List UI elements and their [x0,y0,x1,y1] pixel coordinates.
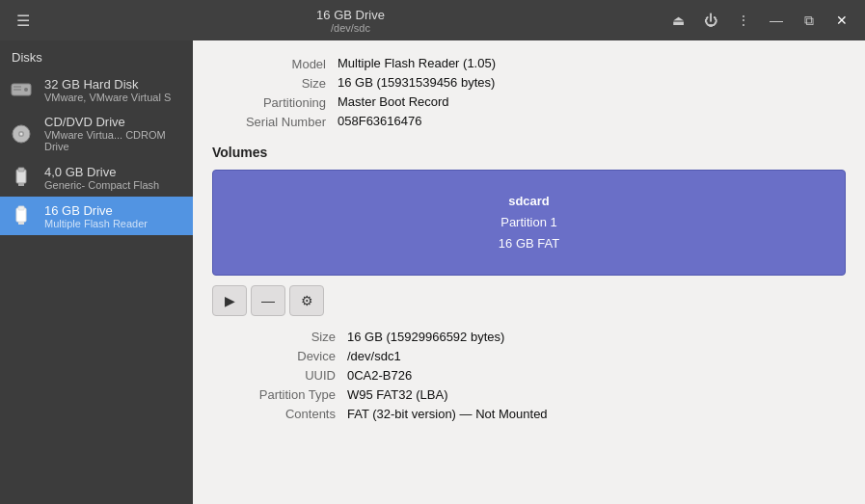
power-button[interactable]: ⏻ [695,7,726,34]
action-row: ▶ — ⚙ [212,285,846,316]
sidebar-header: Disks [0,44,193,70]
sidebar-item-cdrom[interactable]: CD/DVD Drive VMware Virtua... CDROM Driv… [0,109,193,158]
svg-rect-12 [18,222,24,225]
minus-icon: — [261,293,275,308]
sidebar-usb4-text: 4,0 GB Drive Generic- Compact Flash [44,165,159,191]
settings-button[interactable]: ⚙ [289,285,324,316]
content-area: Model Multiple Flash Reader (1.05) Size … [193,40,865,504]
gear-icon: ⚙ [301,293,313,308]
usb16-disk-icon [8,202,35,229]
sidebar-item-hdd[interactable]: 32 GB Hard Disk VMware, VMware Virtual S [0,70,193,109]
volume-name: sdcard [499,191,559,212]
sidebar-item-usb16[interactable]: 16 GB Drive Multiple Flash Reader [0,197,193,235]
restore-icon: ⧉ [804,13,814,29]
svg-rect-9 [18,183,24,186]
sidebar-usb16-text: 16 GB Drive Multiple Flash Reader [44,203,148,229]
minimize-button[interactable]: — [761,7,792,34]
model-value: Multiple Flash Reader (1.05) [338,56,846,71]
close-icon: ✕ [836,13,848,28]
contents-label: Contents [212,407,347,421]
window-title: 16 GB Drive [316,8,385,22]
minimize-icon: — [770,13,783,28]
sidebar-usb4-sub: Generic- Compact Flash [44,179,159,191]
svg-rect-11 [18,206,24,210]
partition-type-value: W95 FAT32 (LBA) [347,387,846,402]
more-menu-button[interactable]: ⋮ [728,7,759,34]
sidebar-hdd-name: 32 GB Hard Disk [44,77,171,92]
power-icon: ⏻ [704,13,717,28]
more-icon: ⋮ [737,13,750,28]
sidebar: Disks 32 GB Hard Disk VMware, VMware Vir… [0,40,193,504]
restore-button[interactable]: ⧉ [794,7,824,34]
window-subtitle: /dev/sdc [331,22,370,34]
volume-block: sdcard Partition 1 16 GB FAT [212,170,846,276]
svg-point-6 [20,132,23,135]
mount-button[interactable]: ▶ [212,285,247,316]
uuid-value: 0CA2-B726 [347,368,846,383]
volume-label: sdcard Partition 1 16 GB FAT [499,191,559,254]
partition-type-label: Partition Type [212,387,347,402]
svg-rect-8 [18,168,24,172]
device-value: /dev/sdc1 [347,349,846,363]
titlebar: ☰ 16 GB Drive /dev/sdc ⏏ ⏻ ⋮ — ⧉ ✕ [0,0,865,40]
contents-value: FAT (32-bit version) — Not Mounted [347,407,846,421]
sidebar-menu-button[interactable]: ☰ [8,7,39,34]
eject-icon: ⏏ [672,13,685,28]
vol-size-label: Size [212,330,347,344]
sidebar-usb4-name: 4,0 GB Drive [44,165,159,179]
disk-info-grid: Model Multiple Flash Reader (1.05) Size … [212,56,846,129]
sidebar-cdrom-name: CD/DVD Drive [44,115,185,129]
vol-size-value: 16 GB (15929966592 bytes) [347,330,846,344]
sidebar-hdd-text: 32 GB Hard Disk VMware, VMware Virtual S [44,77,171,103]
remove-button[interactable]: — [251,285,285,316]
play-icon: ▶ [225,293,235,308]
titlebar-center: 16 GB Drive /dev/sdc [316,8,385,34]
hdd-disk-icon [8,76,35,103]
size-value: 16 GB (15931539456 bytes) [338,75,846,91]
partitioning-label: Partitioning [212,94,338,110]
close-button[interactable]: ✕ [826,7,857,34]
serial-label: Serial Number [212,114,338,129]
titlebar-left: ☰ [8,7,39,34]
svg-point-1 [24,88,28,92]
sidebar-cdrom-sub: VMware Virtua... CDROM Drive [44,129,185,152]
eject-button[interactable]: ⏏ [662,7,693,34]
partitioning-value: Master Boot Record [338,94,846,110]
cdrom-disk-icon [8,120,35,147]
sidebar-cdrom-text: CD/DVD Drive VMware Virtua... CDROM Driv… [44,115,185,152]
sidebar-usb16-name: 16 GB Drive [44,203,148,218]
model-label: Model [212,56,338,71]
device-label: Device [212,349,347,363]
usb4-disk-icon [8,164,35,191]
titlebar-right: ⏏ ⏻ ⋮ — ⧉ ✕ [662,7,857,34]
uuid-label: UUID [212,368,347,383]
volumes-title: Volumes [212,145,846,160]
sidebar-hdd-sub: VMware, VMware Virtual S [44,92,171,103]
sidebar-usb16-sub: Multiple Flash Reader [44,218,148,229]
volume-size-type: 16 GB FAT [499,233,559,254]
volume-partition: Partition 1 [499,212,559,233]
size-label: Size [212,75,338,91]
volume-detail-grid: Size 16 GB (15929966592 bytes) Device /d… [212,330,846,421]
sidebar-item-usb4[interactable]: 4,0 GB Drive Generic- Compact Flash [0,158,193,197]
serial-value: 058F63616476 [338,114,846,129]
main-layout: Disks 32 GB Hard Disk VMware, VMware Vir… [0,40,865,504]
hamburger-icon: ☰ [16,12,30,30]
